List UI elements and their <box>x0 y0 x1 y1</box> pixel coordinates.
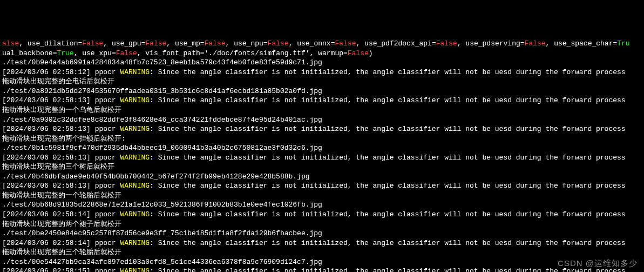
file-path: ./test/0bb68d91835d22868e71e21a1e12c033_… <box>2 201 322 209</box>
warning-msg: : Since the angle classifier is not init… <box>150 154 626 162</box>
cfg-backbone-label: ual_backbone <box>2 49 53 57</box>
cfg-mp-value: False <box>205 39 226 48</box>
logger-name: ppocr <box>95 96 116 104</box>
watermark: CSDN @运维知多少 <box>558 258 638 269</box>
ocr-result: 拖动滑块出现完整的三个树后就松开 <box>2 163 114 171</box>
terminal-output[interactable]: alse, use_dilation=False, use_gpu=False,… <box>2 39 642 272</box>
warning-label: WARNING <box>120 154 150 162</box>
cfg-space-value: Tru <box>617 39 629 48</box>
cfg-font-value: './doc/fonts/simfang.ttf' <box>205 49 310 57</box>
file-path: ./test/0a9002c32ddfee8c82ddfe3f84628e46_… <box>2 116 322 124</box>
logger-name: ppocr <box>95 267 116 272</box>
ocr-result: 拖动滑块出现完整的三个轮胎后就松开 <box>2 248 121 256</box>
cfg-mp-label: use_mp <box>175 39 200 48</box>
timestamp: [2024/03/06 02:58:13] <box>2 182 91 190</box>
logger-name: ppocr <box>95 210 116 218</box>
warning-msg: : Since the angle classifier is not init… <box>150 125 626 133</box>
logger-name: ppocr <box>95 154 116 162</box>
warning-msg: : Since the angle classifier is not init… <box>150 182 626 190</box>
timestamp: [2024/03/06 02:58:14] <box>2 239 91 247</box>
warning-label: WARNING <box>120 182 150 190</box>
warning-label: WARNING <box>120 125 150 133</box>
file-path: ./test/0a8921db5dd2704535670ffaadea0315_… <box>2 87 322 95</box>
warning-msg: : Since the angle classifier is not init… <box>150 96 626 104</box>
ocr-result: 拖动滑块出现完整的两个裙子后就松开 <box>2 220 121 228</box>
warning-msg: : Since the angle classifier is not init… <box>150 267 626 272</box>
cfg-pdserv-label: use_pdserving <box>465 39 520 48</box>
logger-name: ppocr <box>95 182 116 190</box>
cfg-pdf-label: use_pdf2docx_api <box>364 39 432 48</box>
warning-label: WARNING <box>120 267 150 272</box>
warning-msg: : Since the angle classifier is not init… <box>150 239 626 247</box>
cfg-onnx-value: False <box>335 39 356 48</box>
cfg-gpu-label: use_gpu <box>112 39 141 48</box>
warning-label: WARNING <box>120 239 150 247</box>
cfg-backbone-value: True <box>57 49 73 57</box>
cfg-onnx-label: use_onnx <box>297 39 330 48</box>
timestamp: [2024/03/06 02:58:13] <box>2 125 91 133</box>
file-path: ./test/0b1c5981f9cf470df2935db44bbeec19_… <box>2 144 322 152</box>
cfg-npu-value: False <box>268 39 289 48</box>
cfg-dilation-label: use_dilation <box>28 39 78 48</box>
cfg-pdf-value: False <box>436 39 457 48</box>
cfg-xpu-value: False <box>116 49 137 57</box>
file-path: ./test/0b46dbfadae9eb40f54b0bb700442_b67… <box>2 173 310 181</box>
ocr-result: 拖动滑块出现完整的全电话后就松开 <box>2 77 114 85</box>
timestamp: [2024/03/06 02:58:12] <box>2 68 91 76</box>
logger-name: ppocr <box>95 125 116 133</box>
ocr-result: 拖动滑块出现完整的两个挂锁后就松开: <box>2 135 126 143</box>
cfg-xpu-label: use_xpu <box>82 49 112 57</box>
cfg-warmup-value: False <box>348 49 369 57</box>
timestamp: [2024/03/06 02:58:13] <box>2 96 91 104</box>
cfg-sep: , <box>19 39 28 48</box>
file-path: ./test/00e54427bb9ca34afc897ed103a0cfd8_… <box>2 258 322 266</box>
logger-name: ppocr <box>95 68 116 76</box>
cfg-font-label: vis_font_path <box>145 49 200 57</box>
cfg-warmup-label: warmup <box>318 49 343 57</box>
ocr-result: 拖动滑块出现完整的一个轮胎后就松开 <box>2 191 121 200</box>
timestamp: [2024/03/06 02:58:15] <box>2 267 91 272</box>
config-frag: alse <box>2 39 19 48</box>
warning-msg: : Since the angle classifier is not init… <box>150 68 626 76</box>
cfg-gpu-value: False <box>145 39 166 48</box>
close-paren: ) <box>369 49 373 57</box>
warning-label: WARNING <box>120 210 150 218</box>
ocr-result: 拖动滑块出现完整的一个乌龟后就松开 <box>2 106 121 114</box>
logger-name: ppocr <box>95 239 116 247</box>
warning-msg: : Since the angle classifier is not init… <box>150 210 626 218</box>
file-path: ./test/0be2450e84ec95c2578f87d56ce9e3ff_… <box>2 229 322 237</box>
cfg-pdserv-value: False <box>525 39 546 48</box>
cfg-npu-label: use_npu <box>234 39 263 48</box>
warning-label: WARNING <box>120 68 150 76</box>
cfg-space-label: use_space_char <box>554 39 613 48</box>
timestamp: [2024/03/06 02:58:14] <box>2 210 91 218</box>
warning-label: WARNING <box>120 96 150 104</box>
timestamp: [2024/03/06 02:58:13] <box>2 154 91 162</box>
cfg-dilation-value: False <box>82 39 103 48</box>
file-path: ./test/0b9e4a4ab6991a4284834a48fb7c7523_… <box>2 58 322 67</box>
